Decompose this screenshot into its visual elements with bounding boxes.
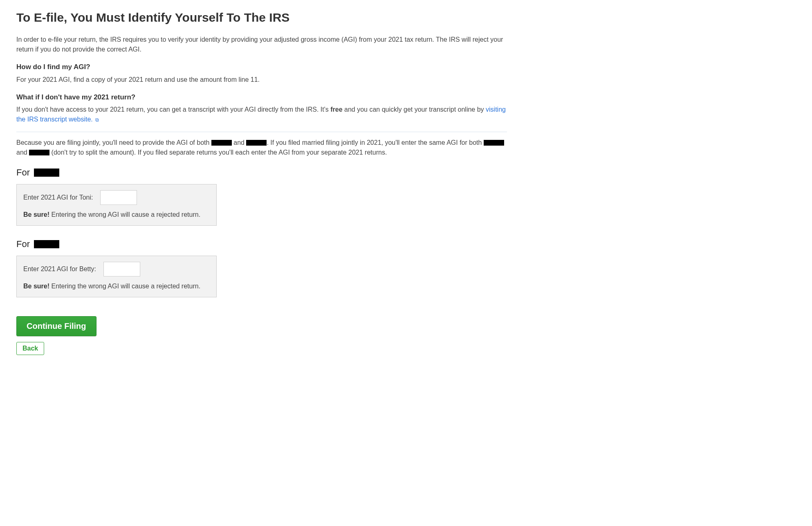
page-title: To E-file, You Must Identify Yourself To… bbox=[16, 8, 507, 27]
intro-text: In order to e-file your return, the IRS … bbox=[16, 35, 507, 54]
no-return-heading: What if I don't have my 2021 return? bbox=[16, 92, 507, 103]
agi-card-2: Enter 2021 AGI for Betty: Be sure! Enter… bbox=[16, 256, 217, 297]
no-return-pre: If you don't have access to your 2021 re… bbox=[16, 106, 330, 113]
redacted-name-1 bbox=[211, 140, 232, 146]
redacted-name-3 bbox=[484, 140, 504, 146]
continue-filing-button[interactable]: Continue Filing bbox=[16, 316, 96, 336]
agi-input-2[interactable] bbox=[103, 262, 140, 276]
joint-filing-note: Because you are filing jointly, you'll n… bbox=[16, 138, 507, 157]
redacted-person-1 bbox=[34, 169, 59, 177]
agi-label-2: Enter 2021 AGI for Betty: bbox=[23, 264, 96, 274]
person-heading-1: For bbox=[16, 166, 507, 179]
back-button[interactable]: Back bbox=[16, 342, 44, 355]
no-return-text: If you don't have access to your 2021 re… bbox=[16, 105, 507, 124]
agi-warning-2: Be sure! Entering the wrong AGI will cau… bbox=[23, 281, 210, 291]
external-link-icon: ⧉ bbox=[95, 117, 99, 123]
agi-input-1[interactable] bbox=[100, 190, 137, 205]
agi-card-1: Enter 2021 AGI for Toni: Be sure! Enteri… bbox=[16, 184, 217, 226]
redacted-name-2 bbox=[246, 140, 267, 146]
divider bbox=[16, 132, 507, 132]
free-word: free bbox=[330, 106, 342, 113]
person-heading-2: For bbox=[16, 237, 507, 251]
find-agi-text: For your 2021 AGI, find a copy of your 2… bbox=[16, 75, 507, 85]
agi-warning-1: Be sure! Entering the wrong AGI will cau… bbox=[23, 210, 210, 220]
no-return-mid: and you can quickly get your transcript … bbox=[343, 106, 486, 113]
redacted-person-2 bbox=[34, 240, 59, 248]
redacted-name-4 bbox=[29, 150, 49, 155]
agi-label-1: Enter 2021 AGI for Toni: bbox=[23, 193, 93, 202]
find-agi-heading: How do I find my AGI? bbox=[16, 62, 507, 72]
